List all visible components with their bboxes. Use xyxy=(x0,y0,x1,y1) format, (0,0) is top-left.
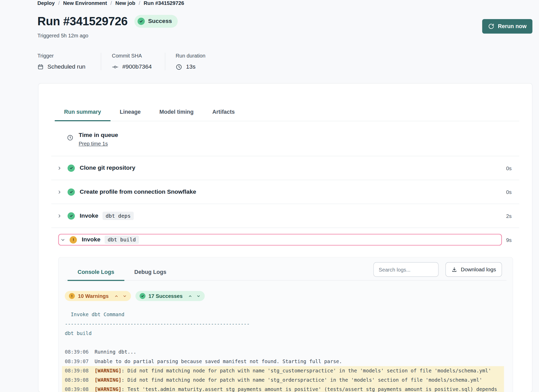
warnings-badge[interactable]: 10 Warnings xyxy=(65,291,131,301)
step-name: Clone git repository xyxy=(80,165,135,172)
meta-duration: Run duration 13s xyxy=(165,53,219,70)
console-log-output: Invoke dbt Command----------------------… xyxy=(65,310,501,392)
breadcrumb-item-new-environment[interactable]: New Environment xyxy=(63,0,107,6)
time-in-queue-title: Time in queue xyxy=(79,132,118,138)
log-line-warning: 08:39:08 [WARNING]: Test 'test.admin_mat… xyxy=(62,385,504,392)
step-row-create-profile-from-connection-snowflake[interactable]: Create profile from connection Snowflake… xyxy=(51,180,519,204)
tab-lineage[interactable]: Lineage xyxy=(110,104,150,121)
console-controls: Download logs xyxy=(373,262,502,277)
log-line xyxy=(65,338,501,347)
warnings-badge-label: 10 Warnings xyxy=(78,293,109,299)
success-check-icon xyxy=(140,293,145,299)
step-command: dbt deps xyxy=(102,212,134,220)
step-success-icon xyxy=(68,188,75,195)
commit-icon xyxy=(112,63,119,70)
log-line: 08:39:06 Running dbt... xyxy=(65,347,501,357)
step-box: Create profile from connection Snowflake xyxy=(57,180,506,203)
breadcrumb-separator: / xyxy=(110,0,112,6)
clock-icon xyxy=(176,63,182,70)
step-duration: 9s xyxy=(506,237,519,243)
chevron-right-icon[interactable] xyxy=(57,214,62,218)
breadcrumb-separator: / xyxy=(58,0,60,6)
rerun-label: Rerun now xyxy=(498,23,527,29)
download-logs-label: Download logs xyxy=(461,266,496,273)
step-box: Invoke dbt deps xyxy=(57,204,506,227)
commit-value: #900b7364 xyxy=(122,63,152,70)
duration-label: Run duration xyxy=(176,53,205,59)
warnings-prev-icon[interactable] xyxy=(114,294,118,298)
console-tab-console-logs[interactable]: Console Logs xyxy=(68,269,124,281)
step-box: Clone git repository xyxy=(57,156,506,180)
success-check-icon xyxy=(138,18,145,25)
page-title: Run #341529726 xyxy=(37,14,128,28)
log-line: dbt build xyxy=(65,329,501,338)
console-panel: Console LogsDebug Logs Download logs xyxy=(58,257,513,392)
step-name: Invoke xyxy=(80,212,98,219)
log-line: ----------------------------------------… xyxy=(65,319,501,329)
step-duration: 0s xyxy=(506,165,519,171)
run-summary-card: Run summaryLineageModel timingArtifacts … xyxy=(38,83,533,392)
step-row-invoke-dbt-deps[interactable]: Invoke dbt deps 2s xyxy=(51,204,519,228)
rerun-now-button[interactable]: Rerun now xyxy=(482,19,532,34)
chevron-right-icon[interactable] xyxy=(57,190,62,194)
rerun-icon xyxy=(488,23,494,29)
step-duration: 0s xyxy=(506,189,519,195)
step-duration: 2s xyxy=(506,213,519,219)
console-tabs: Console LogsDebug Logs xyxy=(68,269,176,280)
run-detail-page: Deploy/New Environment/New job/Run #3415… xyxy=(0,0,539,392)
status-badge: Success xyxy=(135,15,178,28)
calendar-icon xyxy=(37,64,44,70)
time-in-queue-section: Time in queue Prep time 1s xyxy=(51,121,519,156)
step-warning-icon xyxy=(70,236,77,243)
tab-run-summary[interactable]: Run summary xyxy=(55,104,110,121)
log-line: Invoke dbt Command xyxy=(65,310,501,319)
title-row: Run #341529726 Success xyxy=(37,14,178,28)
successes-badge-label: 17 Successes xyxy=(149,293,183,299)
log-line: 08:39:07 Unable to do partial parsing be… xyxy=(65,357,501,366)
step-success-icon xyxy=(68,164,75,172)
run-meta: Trigger Scheduled run Commit SHA #900b73… xyxy=(37,53,219,70)
step-box: Invoke dbt build xyxy=(58,234,502,246)
breadcrumb-separator: / xyxy=(139,0,140,6)
trigger-value: Scheduled run xyxy=(47,63,85,70)
console-header: Console LogsDebug Logs Download logs xyxy=(65,257,507,281)
breadcrumb-item-run-341529726: Run #341529726 xyxy=(144,0,184,6)
tab-model-timing[interactable]: Model timing xyxy=(150,104,203,121)
trigger-label: Trigger xyxy=(37,53,101,59)
prep-time-link[interactable]: Prep time 1s xyxy=(79,141,118,147)
clock-icon xyxy=(67,134,74,147)
run-tabs: Run summaryLineageModel timingArtifacts xyxy=(55,104,519,121)
breadcrumb-item-new-job[interactable]: New job xyxy=(115,0,135,6)
step-name: Invoke xyxy=(82,236,100,243)
search-logs-input[interactable] xyxy=(373,262,439,277)
step-success-icon xyxy=(68,212,75,219)
log-filter-badges: 10 Warnings 17 Successes xyxy=(65,291,507,301)
warning-icon xyxy=(69,293,75,299)
log-line-warning: 08:39:08 [WARNING]: Did not find matchin… xyxy=(62,366,504,375)
log-line-warning: 08:39:08 [WARNING]: Did not find matchin… xyxy=(62,375,504,385)
console-tab-debug-logs[interactable]: Debug Logs xyxy=(124,269,176,281)
chevron-right-icon[interactable] xyxy=(57,166,62,170)
triggered-text: Triggered 5h 12m ago xyxy=(37,32,88,38)
tab-artifacts[interactable]: Artifacts xyxy=(203,104,244,121)
breadcrumb-item-deploy[interactable]: Deploy xyxy=(37,0,55,6)
meta-commit: Commit SHA #900b7364 xyxy=(101,53,165,70)
successes-badge[interactable]: 17 Successes xyxy=(135,291,205,301)
step-name: Create profile from connection Snowflake xyxy=(80,189,196,195)
duration-value: 13s xyxy=(186,63,195,70)
meta-trigger: Trigger Scheduled run xyxy=(37,53,101,70)
successes-next-icon[interactable] xyxy=(197,294,201,298)
commit-label: Commit SHA xyxy=(112,53,165,59)
breadcrumb: Deploy/New Environment/New job/Run #3415… xyxy=(37,0,184,6)
step-row-clone-git-repository[interactable]: Clone git repository 0s xyxy=(51,156,519,180)
successes-prev-icon[interactable] xyxy=(188,294,192,298)
download-icon xyxy=(452,267,458,273)
steps-list: Clone git repository 0s Create profile f… xyxy=(51,156,519,251)
download-logs-button[interactable]: Download logs xyxy=(446,262,502,277)
step-command: dbt build xyxy=(104,235,139,244)
warnings-next-icon[interactable] xyxy=(123,294,127,298)
status-badge-label: Success xyxy=(148,18,172,25)
step-row-invoke-dbt-build[interactable]: Invoke dbt build 9s xyxy=(51,228,519,251)
chevron-down-icon[interactable] xyxy=(61,238,65,242)
